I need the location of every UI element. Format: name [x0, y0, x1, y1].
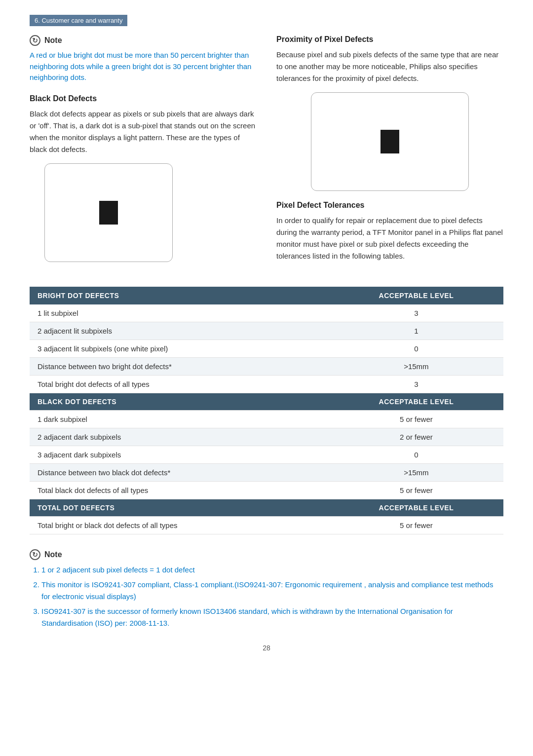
table-row: 1 lit subpixel3	[30, 304, 503, 322]
table-section2-label: BLACK DOT DEFECTS	[30, 393, 329, 410]
table-cell-label: 1 lit subpixel	[30, 304, 329, 322]
table-row: Total black dot defects of all types5 or…	[30, 481, 503, 499]
table-cell-label: 2 adjacent lit subpixels	[30, 322, 329, 340]
note-text: A red or blue bright dot must be more th…	[30, 50, 257, 83]
table-row: Distance between two bright dot defects*…	[30, 357, 503, 375]
table-row: Total bright dot defects of all types3	[30, 375, 503, 393]
table-cell-value: 0	[329, 340, 503, 357]
table-section2-col2: ACCEPTABLE LEVEL	[329, 393, 503, 410]
table-cell-value: 0	[329, 446, 503, 463]
proximity-title: Proximity of Pixel Defects	[276, 35, 503, 44]
table-cell-value: 3	[329, 304, 503, 322]
proximity-diagram	[311, 92, 469, 191]
dark-dot-right	[381, 130, 399, 153]
table-cell-label: 3 adjacent dark subpixels	[30, 446, 329, 463]
table-row: 2 adjacent lit subpixels1	[30, 322, 503, 340]
table-row: Total bright or black dot defects of all…	[30, 516, 503, 534]
table-row: 3 adjacent dark subpixels0	[30, 446, 503, 463]
black-dot-body: Black dot defects appear as pixels or su…	[30, 108, 257, 155]
note-label: Note	[44, 36, 62, 45]
table-col1-header: BRIGHT DOT DEFECTS	[30, 287, 329, 304]
table-cell-value: >15mm	[329, 357, 503, 375]
table-row: Distance between two black dot defects*>…	[30, 463, 503, 481]
dark-dot-left	[99, 201, 118, 225]
table-cell-label: Total bright dot defects of all types	[30, 375, 329, 393]
breadcrumb: 6. Customer care and warranty	[30, 15, 127, 26]
bottom-note-item: ISO9241-307 is the successor of formerly…	[41, 605, 503, 629]
table-cell-value: 3	[329, 375, 503, 393]
bottom-note-block: ↻ Note 1 or 2 adjacent sub pixel defects…	[30, 549, 503, 629]
table-cell-label: Total black dot defects of all types	[30, 481, 329, 499]
page-number: 28	[30, 644, 503, 652]
table-cell-value: >15mm	[329, 463, 503, 481]
table-cell-value: 5 or fewer	[329, 410, 503, 428]
bottom-note-item: This monitor is ISO9241-307 compliant, C…	[41, 579, 503, 603]
bottom-notes-list: 1 or 2 adjacent sub pixel defects = 1 do…	[30, 564, 503, 629]
table-cell-value: 2 or fewer	[329, 428, 503, 446]
table-row: 1 dark subpixel5 or fewer	[30, 410, 503, 428]
bottom-note-item: 1 or 2 adjacent sub pixel defects = 1 do…	[41, 564, 503, 576]
table-row: 3 adjacent lit subpixels (one white pixe…	[30, 340, 503, 357]
table-section3-header: TOTAL DOT DEFECTSACCEPTABLE LEVEL	[30, 499, 503, 516]
table-section3-label: TOTAL DOT DEFECTS	[30, 499, 329, 516]
table-cell-value: 5 or fewer	[329, 516, 503, 534]
table-col2-header: ACCEPTABLE LEVEL	[329, 287, 503, 304]
table-section-header: BLACK DOT DEFECTSACCEPTABLE LEVEL	[30, 393, 503, 410]
note-icon: ↻	[30, 35, 40, 46]
table-cell-label: 1 dark subpixel	[30, 410, 329, 428]
bottom-note-icon: ↻	[30, 549, 40, 560]
black-dot-title: Black Dot Defects	[30, 94, 257, 103]
pixel-tolerances-body: In order to qualify for repair or replac…	[276, 215, 503, 262]
defects-table: BRIGHT DOT DEFECTS ACCEPTABLE LEVEL 1 li…	[30, 287, 503, 534]
table-cell-value: 5 or fewer	[329, 481, 503, 499]
table-cell-label: Total bright or black dot defects of all…	[30, 516, 329, 534]
table-cell-label: 3 adjacent lit subpixels (one white pixe…	[30, 340, 329, 357]
pixel-tolerances-title: Pixel Defect Tolerances	[276, 201, 503, 210]
table-section3-col2: ACCEPTABLE LEVEL	[329, 499, 503, 516]
black-dot-diagram-left	[44, 163, 173, 262]
proximity-body: Because pixel and sub pixels defects of …	[276, 49, 503, 84]
table-cell-label: Distance between two bright dot defects*	[30, 357, 329, 375]
table-cell-label: Distance between two black dot defects*	[30, 463, 329, 481]
bottom-note-label: Note	[44, 550, 62, 559]
note-block: ↻ Note A red or blue bright dot must be …	[30, 35, 257, 83]
table-cell-label: 2 adjacent dark subpixels	[30, 428, 329, 446]
table-row: 2 adjacent dark subpixels2 or fewer	[30, 428, 503, 446]
table-cell-value: 1	[329, 322, 503, 340]
